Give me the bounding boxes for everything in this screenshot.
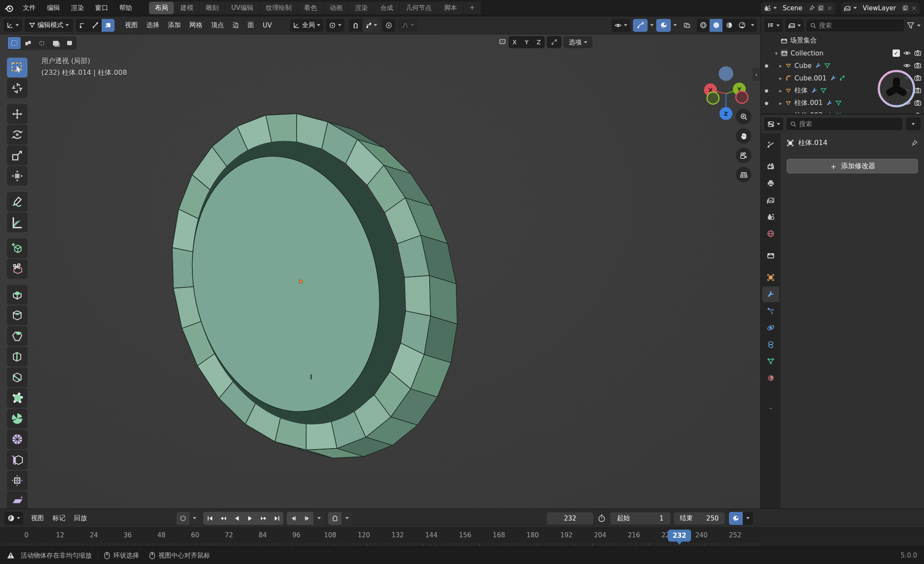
viewport-menu-item[interactable]: 顶点 <box>207 19 228 31</box>
navigation-gizmo[interactable]: X Y Z <box>691 46 760 145</box>
scene-selector[interactable]: Scene <box>761 2 835 14</box>
properties-options-dropdown[interactable] <box>906 117 921 130</box>
rendered-shading-button[interactable] <box>735 19 748 32</box>
expand-icon[interactable]: ▸ <box>776 100 785 106</box>
editor-type-button[interactable] <box>3 19 22 32</box>
camera-icon[interactable] <box>914 74 921 82</box>
autokey-dropdown[interactable] <box>189 512 200 525</box>
pivot-point-button[interactable] <box>326 19 344 32</box>
tool-loop-cut[interactable] <box>7 347 28 367</box>
proportional-falloff[interactable] <box>398 19 417 32</box>
close-icon[interactable] <box>911 5 917 11</box>
tool-poly-build[interactable] <box>7 388 28 408</box>
solid-shading-button[interactable] <box>710 19 722 32</box>
tabs-overflow-arrow[interactable]: ⌄ <box>769 404 773 410</box>
tool-edge-slide[interactable] <box>7 450 28 470</box>
properties-search-input[interactable]: 搜索 <box>787 118 902 130</box>
edge-select-button[interactable] <box>89 19 102 32</box>
tool-transform[interactable] <box>7 166 28 186</box>
tab-material[interactable] <box>762 370 779 386</box>
proportional-edit-toggle[interactable] <box>382 19 395 32</box>
preview-range-button[interactable] <box>328 512 341 525</box>
outliner-row-scene-collection[interactable]: 场景集合 <box>761 34 924 47</box>
viewport-menu-item[interactable]: 添加 <box>164 19 185 31</box>
axis-toggle[interactable]: X <box>509 36 521 48</box>
outliner-row-object[interactable]: ●▸ 柱体.002 <box>761 109 924 114</box>
properties-editor-type[interactable] <box>764 117 783 130</box>
gizmo-minus-x[interactable] <box>736 91 748 103</box>
blender-logo-icon[interactable] <box>4 3 14 13</box>
select-extend-button[interactable] <box>22 37 34 49</box>
eye-icon[interactable] <box>903 62 911 69</box>
menu-item[interactable]: 编辑 <box>41 2 65 14</box>
step-back-button[interactable] <box>287 512 300 525</box>
tab-viewlayer[interactable] <box>762 192 779 208</box>
eye-icon[interactable] <box>903 99 911 107</box>
timeline-menu-item[interactable]: 回放 <box>70 512 91 524</box>
workspace-tab[interactable]: 建模 <box>174 2 199 14</box>
preview-range-dropdown[interactable] <box>341 512 353 525</box>
gizmo-minus-z[interactable] <box>719 66 733 81</box>
viewport-menu-item[interactable]: 面 <box>243 19 258 31</box>
add-modifier-button[interactable]: ＋ 添加修改器 <box>787 159 918 173</box>
transform-orientation[interactable]: 全局 <box>290 19 323 32</box>
viewport-menu-item[interactable]: 网格 <box>185 19 207 31</box>
viewport-menu-item[interactable]: 选择 <box>142 19 164 31</box>
stopwatch-icon[interactable] <box>598 514 606 522</box>
select-difference-button[interactable] <box>49 37 62 49</box>
tool-smooth[interactable] <box>7 429 28 449</box>
menu-item[interactable]: 帮助 <box>114 2 138 14</box>
timeline-editor-type[interactable] <box>4 512 23 525</box>
camera-icon[interactable] <box>914 49 921 57</box>
expand-icon[interactable]: ▸ <box>776 63 785 69</box>
auto-key-button[interactable] <box>177 512 189 525</box>
tool-inset-faces[interactable] <box>7 305 28 325</box>
tool-measure[interactable] <box>7 213 28 232</box>
checkbox-icon[interactable]: ✓ <box>893 49 900 57</box>
mode-selector[interactable]: 编辑模式 <box>25 19 73 32</box>
tool-annotate[interactable] <box>7 192 28 212</box>
3d-viewport[interactable]: 用户透视 (局部) (232) 柱体.014 | 柱体.008 X Y Z ‹ … <box>0 34 760 509</box>
frame-end-field[interactable]: 结束250 <box>674 512 725 524</box>
sidebar-collapse-arrow[interactable]: ‹ <box>753 68 760 81</box>
tool-add-cube[interactable] <box>7 238 28 258</box>
tool-extrude-region[interactable] <box>7 285 28 305</box>
gizmo-minus-y[interactable] <box>707 92 719 104</box>
copy-icon[interactable] <box>818 5 824 11</box>
select-intersect-button[interactable] <box>63 37 76 49</box>
select-new-button[interactable] <box>8 37 21 49</box>
expand-icon[interactable]: ▾ <box>772 50 781 56</box>
current-frame-field[interactable]: 232 <box>547 512 593 524</box>
tool-move[interactable] <box>7 104 28 124</box>
viewlayer-selector[interactable]: ViewLayer <box>841 2 920 14</box>
outliner-editor-type[interactable] <box>764 19 783 32</box>
face-select-button[interactable] <box>102 19 115 32</box>
next-keyframe-button[interactable] <box>257 512 270 525</box>
frame-start-field[interactable]: 起始1 <box>610 512 670 524</box>
timeline-overlay-dropdown[interactable] <box>743 512 753 525</box>
camera-view-button[interactable] <box>736 148 751 163</box>
pin-icon[interactable] <box>911 139 918 147</box>
workspace-tab[interactable]: UV编辑 <box>225 2 259 14</box>
prev-keyframe-button[interactable] <box>217 512 230 525</box>
mirror-icon[interactable] <box>499 38 506 46</box>
close-icon[interactable] <box>827 5 833 11</box>
play-button[interactable] <box>243 512 257 525</box>
camera-icon[interactable] <box>914 62 921 69</box>
tool-bevel[interactable] <box>7 326 28 346</box>
filter-icon[interactable] <box>907 22 915 29</box>
snap-toggle[interactable] <box>349 19 363 32</box>
tab-output[interactable] <box>762 176 779 191</box>
outliner-row-object[interactable]: ●▸ Cube <box>761 59 924 72</box>
camera-icon[interactable] <box>914 87 921 94</box>
workspace-tab[interactable]: 渲染 <box>349 2 374 14</box>
tool-spin[interactable] <box>7 409 28 428</box>
timeline-ruler[interactable]: 0122436486072849610812013214415616818019… <box>0 527 924 547</box>
overlays-toggle[interactable] <box>656 19 671 32</box>
timeline-menu-item[interactable]: 视图 <box>27 512 48 524</box>
outliner-display-mode[interactable] <box>785 19 804 32</box>
snap-symmetry-button[interactable] <box>547 36 561 48</box>
tab-physics[interactable] <box>762 320 779 336</box>
axis-toggle[interactable]: Z <box>533 36 545 48</box>
outliner-row-object[interactable]: ●▸ 柱体.001 <box>761 97 924 109</box>
